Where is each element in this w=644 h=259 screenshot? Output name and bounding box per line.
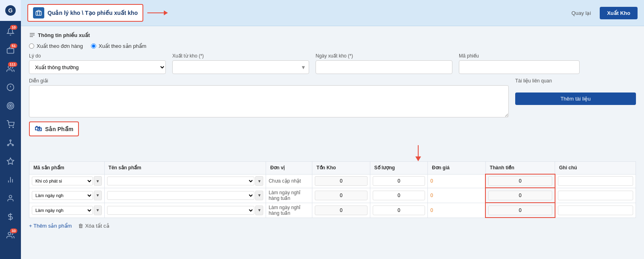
row3-ton-input[interactable] — [315, 206, 367, 215]
header-left: Quản lý kho \ Tạo phiếu xuất kho — [27, 4, 167, 22]
row2-gc-cell — [555, 188, 636, 203]
row3-gc-input[interactable] — [558, 206, 633, 215]
row2-ten-select[interactable] — [107, 191, 255, 200]
row1-dv-cell: Chưa cập nhật — [266, 174, 312, 188]
sidebar-item-star[interactable] — [2, 153, 19, 170]
row3-sl-cell — [370, 203, 428, 218]
sidebar-item-bag[interactable]: 51 — [2, 42, 19, 59]
back-button[interactable]: Quay lại — [567, 8, 596, 18]
row3-ma-dropdown-btn[interactable]: ▼ — [94, 206, 102, 215]
row2-tt-input[interactable] — [488, 191, 552, 200]
row1-tt-cell — [485, 174, 555, 188]
svg-point-12 — [10, 140, 11, 141]
row2-gc-input[interactable] — [558, 191, 633, 200]
ngay-xuat-kho-field: Ngày xuất kho (*) — [316, 53, 452, 74]
row2-dv-cell: Làm ngày nghỉ hàng tuần — [266, 188, 312, 203]
col-header-gc: Ghi chú — [555, 162, 636, 175]
trash-icon: 🗑 — [78, 223, 83, 229]
row2-ma-dropdown-btn[interactable]: ▼ — [94, 191, 102, 200]
sidebar-item-chart[interactable] — [2, 171, 19, 188]
svg-point-10 — [9, 127, 10, 128]
tai-lieu-field: Tài liệu liên quan Thêm tài liệu — [515, 78, 636, 117]
col-header-ma: Mã sản phẩm — [29, 162, 105, 175]
row3-tt-input[interactable] — [488, 206, 552, 215]
sidebar-item-target[interactable] — [2, 97, 19, 114]
row1-sl-input[interactable] — [373, 176, 425, 186]
sidebar-item-group[interactable]: 33 — [2, 227, 19, 244]
sidebar-item-dollar[interactable] — [2, 208, 19, 225]
svg-marker-18 — [7, 158, 14, 164]
row3-ma-select[interactable]: Làm ngày ngh — [32, 206, 93, 215]
xuat-tu-kho-label: Xuất từ kho (*) — [172, 53, 309, 59]
down-arrow-indicator — [415, 145, 421, 161]
col-header-ton: Tồn Kho — [312, 162, 370, 175]
row3-sl-input[interactable] — [373, 206, 425, 215]
row2-ten-dropdown-btn[interactable]: ▼ — [255, 191, 263, 200]
badge-group: 33 — [10, 228, 17, 233]
col-header-dg: Đơn giá — [428, 162, 486, 175]
row1-ton-cell — [312, 174, 370, 188]
row3-dg-cell: 0 — [428, 203, 486, 218]
row1-tt-input[interactable] — [488, 176, 552, 186]
row1-dg-value: 0 — [430, 178, 433, 184]
svg-point-8 — [8, 104, 12, 108]
ly-do-select[interactable]: Xuất thông thường — [29, 60, 166, 74]
row2-ten-cell: ▼ — [104, 188, 266, 203]
row2-dg-cell: 0 — [428, 188, 486, 203]
ngay-xuat-kho-input[interactable] — [316, 60, 452, 74]
breadcrumb-text: Quản lý kho \ Tạo phiếu xuất kho — [47, 10, 138, 16]
breadcrumb-box: Quản lý kho \ Tạo phiếu xuất kho — [27, 4, 143, 22]
badge-bag: 51 — [10, 43, 17, 48]
add-product-button[interactable]: + Thêm sản phẩm — [29, 223, 72, 229]
col-header-dv: Đơn vị — [266, 162, 312, 175]
row2-sl-input[interactable] — [373, 191, 425, 200]
row2-tt-cell — [485, 188, 555, 203]
radio-don-hang[interactable]: Xuất theo đơn hàng — [29, 43, 83, 49]
sidebar-item-users[interactable]: 111 — [2, 60, 19, 77]
svg-rect-2 — [7, 49, 14, 53]
warehouse-icon — [33, 7, 44, 18]
row2-sl-cell — [370, 188, 428, 203]
radio-san-pham[interactable]: Xuất theo sản phẩm — [91, 43, 147, 49]
row3-ma-cell: Làm ngày ngh ▼ — [29, 203, 105, 218]
table-row: Làm ngày ngh ▼ ▼ — [29, 203, 636, 218]
radio-san-pham-input[interactable] — [91, 43, 96, 49]
row1-ma-select[interactable]: Khi có phát si — [32, 177, 93, 185]
radio-don-hang-input[interactable] — [29, 43, 34, 49]
row1-ten-select[interactable] — [107, 177, 255, 185]
ngay-xuat-kho-label: Ngày xuất kho (*) — [316, 53, 452, 59]
sidebar-logo[interactable]: G — [0, 0, 21, 21]
col-header-ten: Tên sản phẩm — [104, 162, 266, 175]
delete-all-button[interactable]: 🗑 Xóa tất cả — [78, 223, 109, 229]
row1-ten-dropdown-btn[interactable]: ▼ — [255, 176, 263, 186]
sidebar-item-cart[interactable] — [2, 116, 19, 133]
sidebar-item-network[interactable] — [2, 134, 19, 151]
row1-ton-input[interactable] — [315, 176, 367, 186]
xuat-tu-kho-input[interactable] — [172, 60, 309, 74]
svg-text:G: G — [8, 7, 13, 14]
badge-bell: 10 — [10, 25, 17, 30]
ma-phieu-field: Mã phiếu — [459, 53, 580, 74]
ma-phieu-label: Mã phiếu — [459, 53, 580, 59]
row1-gc-input[interactable] — [558, 176, 633, 186]
row3-ten-dropdown-btn[interactable]: ▼ — [255, 206, 263, 215]
row2-ton-input[interactable] — [315, 191, 367, 200]
svg-line-16 — [8, 144, 10, 145]
row3-gc-cell — [555, 203, 636, 218]
table-row: Làm ngày ngh ▼ ▼ — [29, 188, 636, 203]
sidebar-item-circle[interactable] — [2, 79, 19, 96]
sidebar-item-bell[interactable]: 10 — [2, 23, 19, 40]
them-tai-lieu-button[interactable]: Thêm tài liệu — [515, 92, 636, 105]
row1-gc-cell — [555, 174, 636, 188]
row1-ma-dropdown-btn[interactable]: ▼ — [94, 176, 102, 186]
ma-phieu-input[interactable] — [459, 60, 580, 74]
row2-ma-cell: Làm ngày ngh ▼ — [29, 188, 105, 203]
row3-ten-select[interactable] — [107, 206, 255, 215]
row3-dg-value: 0 — [430, 208, 433, 213]
export-button[interactable]: Xuất Kho — [600, 7, 638, 19]
row1-ten-cell: ▼ — [104, 174, 266, 188]
sidebar-item-person[interactable] — [2, 190, 19, 207]
row3-ten-cell: ▼ — [104, 203, 266, 218]
dien-giai-textarea[interactable] — [29, 85, 509, 117]
row2-ma-select[interactable]: Làm ngày ngh — [32, 191, 93, 200]
